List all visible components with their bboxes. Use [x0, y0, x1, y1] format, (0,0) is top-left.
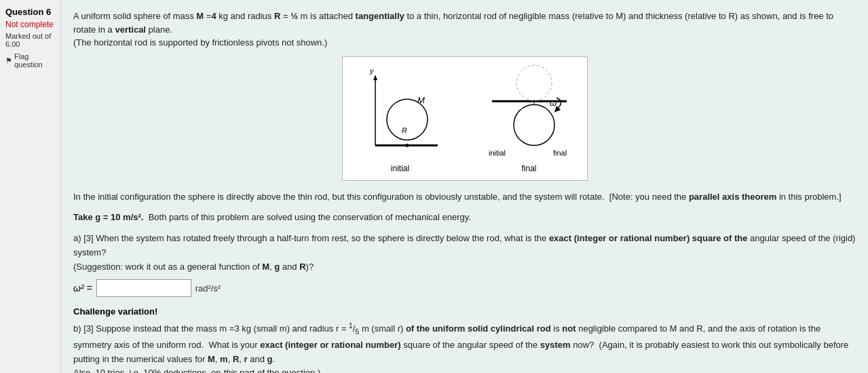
svg-point-10 [514, 105, 554, 145]
diagram-box: y M R [342, 56, 588, 181]
part-b-text: b) [3] Suppose instead that the mass m =… [73, 321, 856, 373]
svg-point-9 [516, 65, 552, 101]
marked-out-label: Marked out of 6.00 [5, 32, 55, 48]
svg-point-4 [387, 99, 428, 140]
part-a-omega-label: ω² = [73, 283, 92, 294]
svg-text:M: M [417, 95, 425, 105]
part-a-unit: rad²/s² [195, 283, 221, 294]
flag-icon: ⚑ [5, 56, 12, 65]
svg-marker-1 [373, 75, 377, 80]
diagram-container: y M R [73, 56, 856, 181]
flag-question-button[interactable]: ⚑ Flag question [5, 52, 55, 69]
problem-statement: A uniform solid sphere of mass M =4 kg a… [73, 10, 856, 50]
svg-text:final: final [553, 149, 567, 157]
initial-label: initial [356, 164, 445, 173]
challenge-header: Challenge variation! [73, 306, 856, 317]
diagram-inner: y M R [356, 64, 573, 162]
part-a-input[interactable] [96, 279, 191, 297]
part-a-answer-row: ω² = rad²/s² [73, 279, 856, 297]
initial-diagram-svg: y M R [356, 64, 445, 162]
svg-point-7 [405, 143, 409, 147]
svg-text:initial: initial [489, 149, 506, 157]
svg-text:y: y [369, 67, 375, 75]
svg-text:ω: ω [550, 98, 556, 108]
config-note: In the initial configuration the sphere … [73, 190, 856, 205]
part-a-text: a) [3] When the system has rotated freel… [73, 232, 856, 274]
status-badge: Not complete [5, 20, 55, 29]
question-number: Question 6 [5, 7, 55, 17]
final-diagram-svg: ω final initial [485, 64, 573, 162]
svg-text:R: R [402, 126, 407, 135]
sidebar: Question 6 Not complete Marked out of 6.… [0, 0, 61, 373]
g-note: Take g = 10 m/s². Both parts of this pro… [73, 211, 856, 225]
final-label: final [485, 164, 573, 173]
main-content: A uniform solid sphere of mass M =4 kg a… [61, 0, 868, 373]
